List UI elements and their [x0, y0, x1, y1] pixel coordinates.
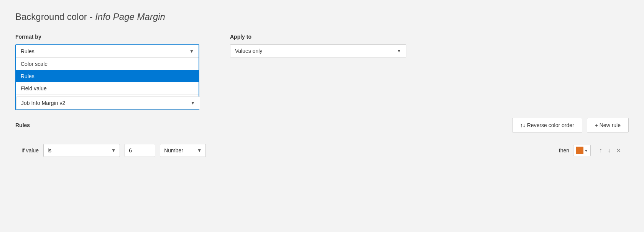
- reverse-btn-label: ↑↓ Reverse color order: [520, 122, 574, 128]
- dropdown-item-color-scale[interactable]: Color scale: [16, 58, 199, 70]
- condition-arrow: ▼: [111, 148, 116, 153]
- form-section: Format by Rules ▼ Color scale Rules Fiel…: [15, 34, 629, 110]
- title-main: Background color: [15, 11, 87, 22]
- page-title: Background color - Info Page Margin: [15, 11, 629, 22]
- cursor: [37, 49, 38, 54]
- condition-select[interactable]: is ▼: [43, 144, 120, 157]
- apply-to-value: Values only: [235, 48, 262, 54]
- format-by-arrow: ▼: [189, 49, 194, 54]
- rule-then: then ▼ ↑ ↓ ✕: [559, 145, 623, 156]
- format-by-dropdown-container: Rules ▼ Color scale Rules Field value Jo…: [15, 44, 199, 110]
- field-arrow: ▼: [191, 100, 195, 106]
- apply-to-arrow: ▼: [397, 48, 401, 54]
- dropdown-divider: [16, 95, 199, 95]
- apply-to-label: Apply to: [230, 34, 406, 40]
- condition-value: is: [48, 147, 51, 154]
- type-arrow: ▼: [197, 148, 202, 153]
- type-value: Number: [164, 147, 183, 154]
- delete-rule-button[interactable]: ✕: [614, 146, 623, 155]
- color-arrow: ▼: [584, 149, 588, 153]
- number-input[interactable]: [125, 144, 155, 157]
- rules-section: Rules ↑↓ Reverse color order + New rule …: [15, 118, 629, 162]
- rule-row: If value is ▼ Number ▼ then ▼ ↑ ↓ ✕: [15, 139, 629, 162]
- apply-to-section: Apply to Values only ▼: [230, 34, 406, 57]
- format-by-label: Format by: [15, 34, 199, 40]
- if-value-label: If value: [21, 147, 39, 154]
- field-dropdown-row[interactable]: Job Info Margin v2 ▼: [16, 96, 200, 109]
- format-by-list: Color scale Rules Field value: [16, 58, 199, 95]
- format-by-selected[interactable]: Rules ▼: [16, 45, 199, 58]
- title-separator: -: [89, 11, 95, 22]
- dropdown-item-field-value[interactable]: Field value: [16, 82, 199, 95]
- rules-actions: ↑↓ Reverse color order + New rule: [512, 118, 629, 132]
- move-up-button[interactable]: ↑: [598, 146, 604, 155]
- new-rule-label: + New rule: [595, 122, 621, 128]
- rules-label: Rules: [15, 122, 30, 128]
- format-by-value: Rules: [21, 48, 34, 54]
- color-picker-button[interactable]: ▼: [573, 145, 591, 156]
- apply-to-dropdown[interactable]: Values only ▼: [230, 44, 406, 57]
- new-rule-button[interactable]: + New rule: [587, 118, 629, 132]
- reverse-color-order-button[interactable]: ↑↓ Reverse color order: [512, 118, 582, 132]
- format-by-selected-text: Rules: [21, 48, 38, 54]
- then-label: then: [559, 147, 569, 154]
- rule-controls: ↑ ↓ ✕: [598, 146, 623, 155]
- dropdown-item-rules[interactable]: Rules: [16, 70, 199, 82]
- move-down-button[interactable]: ↓: [606, 146, 612, 155]
- color-swatch: [576, 147, 583, 154]
- field-value: Job Info Margin v2: [21, 100, 65, 106]
- type-select[interactable]: Number ▼: [160, 144, 206, 157]
- format-by-section: Format by Rules ▼ Color scale Rules Fiel…: [15, 34, 199, 110]
- title-italic: Info Page Margin: [95, 11, 165, 22]
- rules-header: Rules ↑↓ Reverse color order + New rule: [15, 118, 629, 132]
